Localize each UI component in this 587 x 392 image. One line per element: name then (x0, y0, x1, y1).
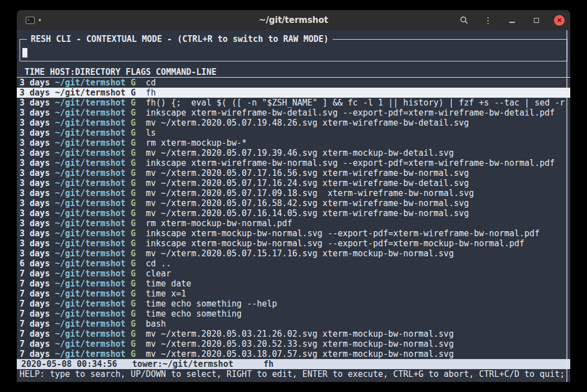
row-directory: ~/git/termshot (55, 289, 125, 299)
history-row[interactable]: 3 days ~/git/termshot G fh (17, 88, 570, 98)
row-command: time x=1 (146, 289, 186, 299)
status-host-directory: tower:~/git/termshot (132, 359, 234, 369)
row-time: 3 days (20, 98, 50, 108)
row-flags: G (131, 138, 136, 148)
row-flags: G (131, 158, 136, 168)
history-row[interactable]: 7 days ~/git/termshot G mv ~/xterm.2020.… (17, 339, 570, 349)
status-datetime: 2020-05-08 00:34:56 (21, 359, 117, 369)
history-row[interactable]: 7 days ~/git/termshot G mv ~/xterm.2020.… (17, 349, 570, 359)
history-row[interactable]: 7 days ~/git/termshot G clear (17, 269, 570, 279)
search-input-box[interactable]: RESH CLI - CONTEXTUAL MODE - (CTRL+R to … (20, 39, 567, 61)
restore-button[interactable] (530, 14, 542, 26)
row-directory: ~/git/termshot (55, 158, 125, 168)
row-directory: ~/git/termshot (55, 218, 125, 228)
row-flags: G (131, 269, 136, 279)
row-directory: ~/git/termshot (55, 198, 125, 208)
row-command: mv ~/xterm.2020.05.07.19.48.26.svg xterm… (146, 118, 469, 128)
row-command: cd (146, 78, 156, 88)
row-flags: G (131, 339, 136, 349)
row-flags: G (131, 259, 136, 269)
terminal-window: ▾ ~/git/termshot ⋮ ✕ (17, 10, 570, 382)
row-time: 7 days (20, 299, 50, 309)
row-directory: ~/git/termshot (55, 299, 125, 309)
menu-button[interactable]: ⋮ (482, 14, 494, 26)
row-directory: ~/git/termshot (55, 319, 125, 329)
row-directory: ~/git/termshot (55, 78, 125, 88)
history-row[interactable]: 3 days ~/git/termshot G fh() {; eval $( … (17, 98, 570, 108)
history-row[interactable]: 3 days ~/git/termshot G rm xterm-mockup-… (17, 138, 570, 148)
row-flags: G (131, 88, 136, 98)
row-time: 3 days (20, 208, 50, 218)
row-directory: ~/git/termshot (55, 228, 125, 238)
row-command: cd .. (146, 259, 171, 269)
history-row[interactable]: 3 days ~/git/termshot G mv ~/xterm.2020.… (17, 198, 570, 208)
row-time: 3 days (20, 248, 50, 259)
row-time: 3 days (20, 168, 50, 178)
row-flags: G (131, 349, 136, 359)
kebab-menu-icon: ⋮ (484, 15, 493, 26)
row-command: mv ~/xterm.2020.05.03.18.07.57.svg xterm… (146, 349, 454, 359)
history-row[interactable]: 3 days ~/git/termshot G mv ~/xterm.2020.… (17, 178, 570, 188)
history-row[interactable]: 3 days ~/git/termshot G rm xterm-mockup-… (17, 218, 570, 228)
row-command: mv ~/xterm.2020.05.07.19.39.46.svg xterm… (146, 148, 454, 158)
row-directory: ~/git/termshot (55, 309, 125, 319)
row-flags: G (131, 309, 136, 319)
history-row[interactable]: 7 days ~/git/termshot G time echo someth… (17, 309, 570, 319)
row-flags: G (131, 279, 136, 289)
row-time: 3 days (20, 178, 50, 188)
history-row[interactable]: 3 days ~/git/termshot G mv ~/xterm.2020.… (17, 148, 570, 158)
row-command: rm xterm-mockup-bw-* (146, 138, 247, 148)
row-time: 3 days (20, 238, 50, 248)
history-row[interactable]: 6 days ~/git/termshot G cd .. (17, 259, 570, 269)
app-menu-button[interactable]: ▾ (22, 15, 45, 26)
help-line: HELP: type to search, UP/DOWN to select,… (17, 369, 570, 379)
row-time: 3 days (20, 78, 50, 88)
table-header: TIME HOST:DIRECTORY FLAGS COMMAND-LINE (17, 67, 570, 78)
search-icon (460, 16, 468, 25)
titlebar[interactable]: ▾ ~/git/termshot ⋮ ✕ (17, 10, 570, 30)
row-time: 3 days (20, 128, 50, 138)
row-directory: ~/git/termshot (55, 128, 125, 138)
row-directory: ~/git/termshot (55, 88, 125, 98)
history-row[interactable]: 3 days ~/git/termshot G inkscape xterm-w… (17, 108, 570, 118)
window-title: ~/git/termshot (140, 15, 447, 25)
row-flags: G (131, 108, 136, 118)
close-button[interactable]: ✕ (554, 15, 565, 26)
history-row[interactable]: 3 days ~/git/termshot G cd (17, 78, 570, 88)
row-command: clear (146, 269, 171, 279)
history-row[interactable]: 3 days ~/git/termshot G mv ~/xterm.2020.… (17, 188, 570, 198)
row-time: 3 days (20, 148, 50, 158)
history-row[interactable]: 7 days ~/git/termshot G time date (17, 279, 570, 289)
history-row[interactable]: 7 days ~/git/termshot G bash (17, 319, 570, 329)
history-row[interactable]: 3 days ~/git/termshot G inkscape xterm-m… (17, 228, 570, 238)
history-row[interactable]: 7 days ~/git/termshot G time echo someth… (17, 299, 570, 309)
history-row[interactable]: 7 days ~/git/termshot G time x=1 (17, 289, 570, 299)
scrollbar[interactable] (566, 30, 567, 382)
row-command: fh (146, 88, 156, 98)
row-command: inkscape xterm-mockup-bw-normal.svg --ex… (146, 238, 524, 248)
search-button[interactable] (458, 14, 470, 26)
history-row[interactable]: 3 days ~/git/termshot G mv ~/xterm.2020.… (17, 168, 570, 178)
row-time: 6 days (20, 259, 50, 269)
row-command: mv ~/xterm.2020.05.07.16.58.42.svg xterm… (146, 198, 469, 208)
history-row[interactable]: 7 days ~/git/termshot G mv ~/xterm.2020.… (17, 329, 570, 339)
chevron-down-icon: ▾ (39, 17, 41, 23)
row-time: 3 days (20, 108, 50, 118)
minimize-button[interactable] (506, 14, 518, 26)
restore-icon (534, 18, 539, 23)
text-cursor (22, 48, 27, 58)
history-row[interactable]: 3 days ~/git/termshot G inkscape xterm-m… (17, 238, 570, 248)
history-row[interactable]: 3 days ~/git/termshot G ls (17, 128, 570, 138)
history-row[interactable]: 3 days ~/git/termshot G inkscape xterm-w… (17, 158, 570, 168)
history-row[interactable]: 3 days ~/git/termshot G mv ~/xterm.2020.… (17, 118, 570, 128)
row-flags: G (131, 118, 136, 128)
history-row[interactable]: 3 days ~/git/termshot G mv ~/xterm.2020.… (17, 248, 570, 259)
row-flags: G (131, 198, 136, 208)
row-command: mv ~/xterm.2020.05.07.15.17.16.svg xterm… (146, 248, 454, 259)
row-flags: G (131, 128, 136, 138)
row-directory: ~/git/termshot (55, 349, 125, 359)
row-time: 3 days (20, 218, 50, 228)
history-row[interactable]: 3 days ~/git/termshot G mv ~/xterm.2020.… (17, 208, 570, 218)
row-command: time date (146, 279, 191, 289)
history-list: 3 days ~/git/termshot G cd3 days ~/git/t… (17, 78, 570, 359)
